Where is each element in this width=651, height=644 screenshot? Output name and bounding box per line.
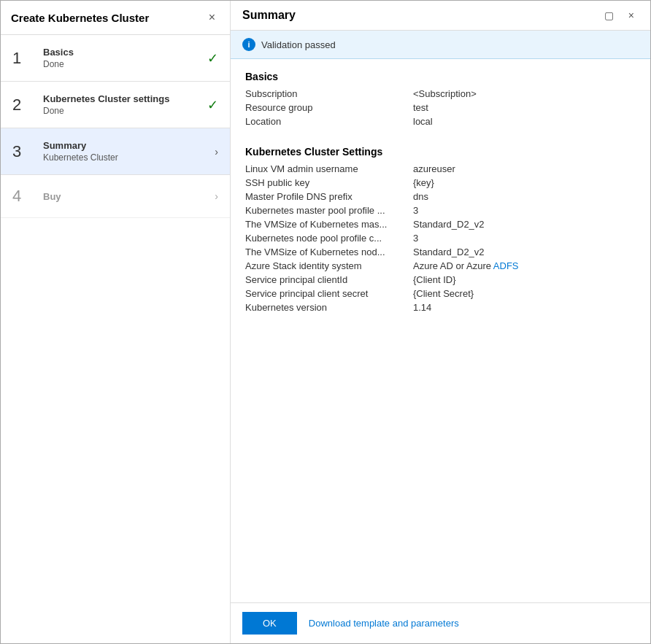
basics-value-1: test	[413, 102, 428, 113]
k8s-label-3: Kubernetes master pool profile ...	[245, 205, 413, 216]
summary-content: BasicsSubscription<Subscription>Resource…	[231, 59, 650, 602]
step-item-1[interactable]: 1BasicsDone✓	[1, 35, 230, 82]
k8s-value-10: 1.14	[413, 302, 431, 313]
step-item-3[interactable]: 3SummaryKubernetes Cluster›	[1, 128, 230, 175]
left-close-button[interactable]: ×	[204, 9, 220, 26]
validation-bar: i Validation passed	[231, 31, 650, 59]
ok-button[interactable]: OK	[242, 612, 297, 635]
k8s-value-2: dns	[413, 191, 428, 202]
step-number-2: 2	[12, 96, 36, 115]
minimize-button[interactable]: ▢	[600, 8, 618, 23]
left-panel: Create Kubernetes Cluster × 1BasicsDone✓…	[1, 1, 231, 643]
validation-text: Validation passed	[261, 39, 336, 50]
step-name-2: Kubernetes Cluster settings	[43, 93, 201, 104]
step-name-4: Buy	[43, 191, 209, 202]
dialog-title: Create Kubernetes Cluster	[11, 12, 149, 24]
basics-label-2: Location	[245, 116, 413, 127]
basics-section-title: Basics	[245, 71, 636, 82]
k8s-row-6: The VMSize of Kubernetes nod...Standard_…	[245, 247, 636, 257]
basics-value-2: local	[413, 116, 433, 127]
step-text-4: Buy	[43, 191, 209, 202]
k8s-row-0: Linux VM admin usernameazureuser	[245, 163, 636, 174]
basics-value-0: <Subscription>	[413, 88, 477, 99]
k8s-row-5: Kubernetes node pool profile c...3	[245, 233, 636, 244]
basics-label-1: Resource group	[245, 102, 413, 113]
k8s-label-10: Kubernetes version	[245, 302, 413, 313]
header-actions: ▢ ×	[600, 8, 639, 23]
k8s-label-7: Azure Stack identity system	[245, 260, 413, 271]
k8s-row-9: Service principal client secret{Client S…	[245, 288, 636, 299]
step-text-2: Kubernetes Cluster settingsDone	[43, 93, 201, 116]
right-panel-title: Summary	[242, 9, 296, 22]
step-name-1: Basics	[43, 47, 201, 58]
basics-row-0: Subscription<Subscription>	[245, 88, 636, 99]
right-panel: Summary ▢ × i Validation passed BasicsSu…	[231, 1, 650, 643]
k8s-section-title: Kubernetes Cluster Settings	[245, 146, 636, 158]
step-check-icon-2: ✓	[207, 97, 218, 113]
k8s-value-4: Standard_D2_v2	[413, 219, 485, 230]
step-check-icon-1: ✓	[207, 50, 218, 66]
k8s-value-0: azureuser	[413, 163, 455, 174]
k8s-label-0: Linux VM admin username	[245, 163, 413, 174]
k8s-value-8: {Client ID}	[413, 274, 456, 285]
k8s-value-1: {key}	[413, 177, 434, 188]
step-text-3: SummaryKubernetes Cluster	[43, 140, 209, 163]
basics-row-1: Resource grouptest	[245, 102, 636, 113]
k8s-row-7: Azure Stack identity systemAzure AD or A…	[245, 260, 636, 271]
k8s-label-6: The VMSize of Kubernetes nod...	[245, 247, 413, 257]
k8s-label-1: SSH public key	[245, 177, 413, 188]
k8s-row-8: Service principal clientId{Client ID}	[245, 274, 636, 285]
download-link[interactable]: Download template and parameters	[309, 618, 459, 629]
step-sub-3: Kubernetes Cluster	[43, 152, 209, 163]
step-number-4: 4	[12, 187, 36, 206]
step-item-4: 4Buy›	[1, 175, 230, 218]
k8s-row-10: Kubernetes version1.14	[245, 302, 636, 313]
right-footer: OK Download template and parameters	[231, 602, 650, 643]
k8s-value-9: {Client Secret}	[413, 288, 474, 299]
step-text-1: BasicsDone	[43, 47, 201, 69]
steps-list: 1BasicsDone✓2Kubernetes Cluster settings…	[1, 35, 230, 643]
basics-row-2: Locationlocal	[245, 116, 636, 127]
k8s-value-7: Azure AD or Azure ADFS	[413, 260, 519, 271]
k8s-value-3: 3	[413, 205, 418, 216]
k8s-label-5: Kubernetes node pool profile c...	[245, 233, 413, 244]
k8s-label-2: Master Profile DNS prefix	[245, 191, 413, 202]
step-number-1: 1	[12, 49, 36, 68]
step-sub-1: Done	[43, 59, 201, 69]
k8s-label-8: Service principal clientId	[245, 274, 413, 285]
k8s-row-2: Master Profile DNS prefixdns	[245, 191, 636, 202]
step-number-3: 3	[12, 142, 36, 161]
right-close-button[interactable]: ×	[624, 8, 639, 23]
create-k8s-cluster-dialog: Create Kubernetes Cluster × 1BasicsDone✓…	[0, 0, 651, 644]
k8s-value-5: 3	[413, 233, 418, 244]
step-name-3: Summary	[43, 140, 209, 151]
k8s-row-1: SSH public key{key}	[245, 177, 636, 188]
k8s-label-9: Service principal client secret	[245, 288, 413, 299]
k8s-label-4: The VMSize of Kubernetes mas...	[245, 219, 413, 230]
step-arrow-icon-4: ›	[215, 190, 218, 202]
step-arrow-icon-3: ›	[215, 146, 218, 158]
left-header: Create Kubernetes Cluster ×	[1, 1, 230, 35]
right-header: Summary ▢ ×	[231, 1, 650, 31]
k8s-row-4: The VMSize of Kubernetes mas...Standard_…	[245, 219, 636, 230]
k8s-value-6: Standard_D2_v2	[413, 247, 485, 257]
step-item-2[interactable]: 2Kubernetes Cluster settingsDone✓	[1, 82, 230, 128]
basics-label-0: Subscription	[245, 88, 413, 99]
k8s-row-3: Kubernetes master pool profile ...3	[245, 205, 636, 216]
info-icon: i	[242, 38, 255, 51]
step-sub-2: Done	[43, 106, 201, 116]
